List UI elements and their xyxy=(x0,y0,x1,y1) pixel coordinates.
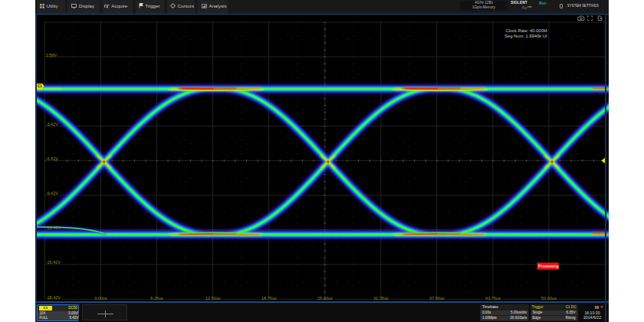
svg-text:-15.42V: -15.42V xyxy=(46,260,61,264)
svg-text:12.50us: 12.50us xyxy=(205,296,221,301)
svg-text:0.00ns: 0.00ns xyxy=(94,296,107,301)
svg-text:6.25us: 6.25us xyxy=(150,296,163,301)
svg-text:25.00us: 25.00us xyxy=(317,296,333,301)
svg-text:50.00us: 50.00us xyxy=(541,296,557,301)
svg-text:-9.42V: -9.42V xyxy=(46,191,59,196)
svg-text:-3.42V: -3.42V xyxy=(46,122,59,127)
svg-text:18.75us: 18.75us xyxy=(261,296,277,301)
svg-text:C1: C1 xyxy=(38,84,42,88)
svg-text:-18.42V: -18.42V xyxy=(46,295,61,300)
svg-text:37.50us: 37.50us xyxy=(429,296,445,301)
svg-text:Clock Rate: 40.000M: Clock Rate: 40.000M xyxy=(505,28,547,33)
svg-text:-6.42V: -6.42V xyxy=(46,156,59,161)
svg-text:Processing: Processing xyxy=(538,264,559,268)
svg-text:Seg Num: 1.9940k UI: Seg Num: 1.9940k UI xyxy=(504,34,547,38)
svg-text:43.75us: 43.75us xyxy=(485,296,501,301)
svg-text:31.25us: 31.25us xyxy=(373,296,389,301)
svg-text:2.58V: 2.58V xyxy=(46,53,58,58)
